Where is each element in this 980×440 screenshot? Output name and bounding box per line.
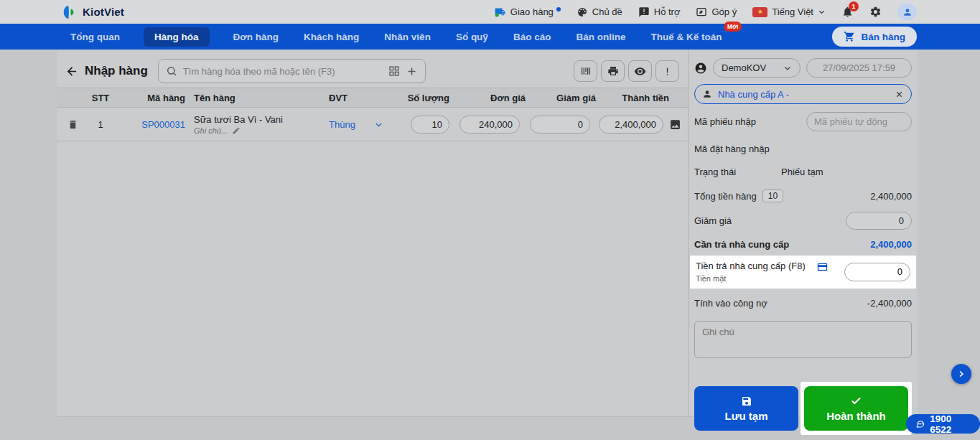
- credit-card-icon[interactable]: [816, 261, 829, 273]
- palette-icon: [577, 6, 588, 18]
- total-qty-badge: 10: [762, 189, 783, 202]
- nav-ban-online[interactable]: Bán online: [574, 27, 627, 47]
- product-search: [158, 59, 426, 83]
- chevron-right-icon: [956, 369, 966, 379]
- purchase-screen: Nhập hàng: [57, 50, 918, 417]
- support-label: Hỗ trợ: [654, 6, 681, 17]
- language-selector[interactable]: ★ Tiếng Việt: [752, 6, 826, 17]
- price-input[interactable]: [459, 116, 520, 134]
- help-bubble-icon: [638, 6, 650, 18]
- delete-row-button[interactable]: [67, 119, 85, 130]
- alerts-button[interactable]: [655, 60, 679, 82]
- check-icon: [850, 395, 862, 407]
- notifications-button[interactable]: 1: [841, 6, 854, 18]
- kiotviet-logo[interactable]: KiotViet: [62, 4, 124, 20]
- line-total-input[interactable]: [599, 116, 663, 134]
- trash-icon: [67, 119, 78, 130]
- print-button[interactable]: [601, 60, 625, 82]
- payable-label: Cần trả nhà cung cấp: [694, 239, 789, 250]
- complete-button[interactable]: Hoàn thành: [804, 386, 908, 431]
- status-row: Trạng thái Phiếu tạm: [694, 167, 912, 177]
- nav-thue-ke-toan-label: Thuế & Kế toán: [650, 32, 722, 42]
- nav-nhan-vien[interactable]: Nhân viên: [383, 27, 432, 47]
- nav-tong-quan[interactable]: Tổng quan: [69, 27, 121, 47]
- kiotviet-logo-icon: [62, 4, 78, 20]
- chevron-down-icon: [783, 64, 792, 72]
- main-navbar: Tổng quan Hàng hóa Đơn hàng Khách hàng N…: [0, 24, 980, 50]
- feedback-menu[interactable]: Góp ý: [696, 6, 737, 18]
- hotline-button[interactable]: 1900 6522: [906, 414, 980, 434]
- order-code-label: Mã đặt hàng nhập: [694, 144, 770, 154]
- col-thanh-tien: Thành tiền: [596, 93, 669, 103]
- sell-button-label: Bán hàng: [861, 32, 905, 42]
- qty-input[interactable]: [411, 116, 449, 134]
- status-label: Trạng thái: [694, 167, 736, 177]
- table-row: 1 SP000031 Sữa tươi Ba Vì - Vani Ghi chú…: [57, 108, 688, 141]
- support-menu[interactable]: Hỗ trợ: [638, 6, 681, 18]
- nav-hang-hoa[interactable]: Hàng hóa: [144, 27, 210, 47]
- supplier-name: Nhà cung cấp A -: [718, 89, 889, 100]
- pay-labels: Tiền trả nhà cung cấp (F8) Tiền mặt: [696, 261, 806, 283]
- complete-label: Hoàn thành: [826, 410, 886, 422]
- grid-view-icon[interactable]: [388, 65, 400, 77]
- nav-bao-cao[interactable]: Báo cáo: [512, 27, 553, 47]
- delivery-menu[interactable]: Giao hàng: [494, 6, 561, 17]
- pay-method-label: Tiền mặt: [696, 274, 806, 283]
- save-draft-button[interactable]: Lưu tạm: [694, 386, 798, 431]
- unit-select[interactable]: Thùng: [322, 119, 385, 130]
- branch-select[interactable]: DemoKOV: [713, 58, 801, 78]
- exclamation-icon: [662, 66, 673, 77]
- add-product-icon[interactable]: [406, 65, 418, 78]
- order-summary-pane: DemoKOV 27/09/2025 17:59 Nhà cung cấp A …: [688, 50, 918, 416]
- save-icon: [741, 395, 752, 407]
- expand-panel-button[interactable]: [951, 364, 971, 384]
- eye-icon: [634, 65, 646, 78]
- close-icon: [895, 90, 904, 99]
- row-note[interactable]: Ghi chú...: [194, 126, 322, 135]
- gear-icon: [869, 6, 882, 18]
- feedback-label: Góp ý: [711, 6, 737, 17]
- branch-row: DemoKOV 27/09/2025 17:59: [694, 58, 912, 78]
- product-image-button[interactable]: [669, 118, 681, 131]
- back-button[interactable]: [62, 61, 82, 81]
- nav-khach-hang[interactable]: Khách hàng: [302, 27, 360, 47]
- debt-label: Tính vào công nợ: [694, 298, 767, 309]
- nav-thue-ke-toan[interactable]: Thuế & Kế toán Mới: [649, 27, 723, 47]
- order-discount-input[interactable]: [846, 212, 912, 230]
- pay-amount-input[interactable]: [844, 263, 910, 281]
- pay-label: Tiền trả nhà cung cấp (F8): [696, 261, 806, 271]
- barcode-icon: [580, 65, 592, 77]
- nav-don-hang[interactable]: Đơn hàng: [232, 27, 281, 47]
- nav-so-quy[interactable]: Sổ quỹ: [454, 27, 490, 47]
- barcode-scan-button[interactable]: [574, 60, 597, 82]
- theme-menu[interactable]: Chủ đề: [577, 6, 622, 18]
- remove-supplier-button[interactable]: [895, 90, 904, 99]
- receipt-code-input[interactable]: [806, 112, 912, 131]
- order-note-textarea[interactable]: [694, 321, 912, 358]
- view-toggle-button[interactable]: [628, 60, 652, 82]
- printer-icon: [607, 65, 619, 77]
- unit-value: Thùng: [329, 119, 355, 130]
- delivery-notification-dot: [556, 7, 561, 11]
- user-avatar[interactable]: [897, 4, 917, 20]
- search-icon: [166, 65, 177, 77]
- hotline-number: 1900 6522: [930, 413, 971, 435]
- theme-label: Chủ đề: [592, 6, 622, 17]
- order-datetime[interactable]: 27/09/2025 17:59: [806, 58, 912, 78]
- nav-items: Tổng quan Hàng hóa Đơn hàng Khách hàng N…: [69, 27, 723, 47]
- col-giam-gia: Giảm giá: [526, 93, 596, 103]
- sell-button[interactable]: Bán hàng: [832, 27, 917, 47]
- col-don-gia: Đơn giá: [449, 93, 526, 103]
- product-code-link[interactable]: SP000031: [116, 119, 185, 130]
- save-draft-label: Lưu tạm: [724, 410, 767, 422]
- image-icon: [669, 118, 681, 131]
- discount-label: Giảm giá: [694, 215, 732, 226]
- settings-button[interactable]: [869, 6, 882, 18]
- row-stt: 1: [85, 119, 116, 130]
- search-input[interactable]: [183, 66, 383, 77]
- discount-input[interactable]: [530, 116, 590, 134]
- chevron-down-icon: [374, 120, 383, 129]
- debt-value: -2,400,000: [867, 298, 912, 309]
- supplier-chip[interactable]: Nhà cung cấp A -: [694, 84, 912, 104]
- person-icon: [702, 89, 712, 99]
